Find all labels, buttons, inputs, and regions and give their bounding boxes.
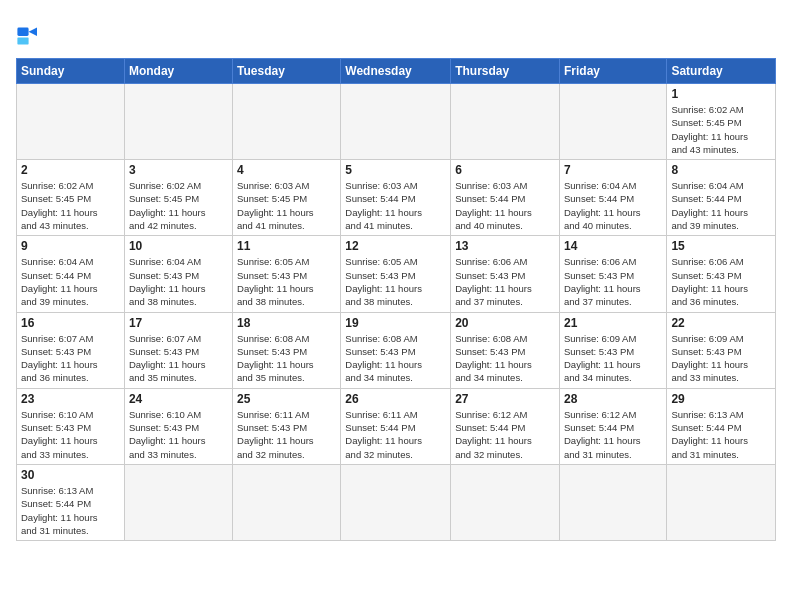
day-info: Sunrise: 6:10 AM Sunset: 5:43 PM Dayligh… (21, 408, 120, 461)
day-info: Sunrise: 6:04 AM Sunset: 5:44 PM Dayligh… (671, 179, 771, 232)
calendar-week-3: 9Sunrise: 6:04 AM Sunset: 5:44 PM Daylig… (17, 236, 776, 312)
calendar-cell: 30Sunrise: 6:13 AM Sunset: 5:44 PM Dayli… (17, 464, 125, 540)
calendar-cell (451, 84, 560, 160)
day-info: Sunrise: 6:03 AM Sunset: 5:44 PM Dayligh… (455, 179, 555, 232)
calendar-cell: 14Sunrise: 6:06 AM Sunset: 5:43 PM Dayli… (559, 236, 666, 312)
day-number: 16 (21, 316, 120, 330)
day-number: 30 (21, 468, 120, 482)
calendar-cell (667, 464, 776, 540)
calendar-cell: 15Sunrise: 6:06 AM Sunset: 5:43 PM Dayli… (667, 236, 776, 312)
calendar-cell: 13Sunrise: 6:06 AM Sunset: 5:43 PM Dayli… (451, 236, 560, 312)
calendar-week-2: 2Sunrise: 6:02 AM Sunset: 5:45 PM Daylig… (17, 160, 776, 236)
day-info: Sunrise: 6:06 AM Sunset: 5:43 PM Dayligh… (455, 255, 555, 308)
day-number: 13 (455, 239, 555, 253)
day-info: Sunrise: 6:08 AM Sunset: 5:43 PM Dayligh… (455, 332, 555, 385)
calendar-cell: 17Sunrise: 6:07 AM Sunset: 5:43 PM Dayli… (124, 312, 232, 388)
day-info: Sunrise: 6:08 AM Sunset: 5:43 PM Dayligh… (345, 332, 446, 385)
day-info: Sunrise: 6:04 AM Sunset: 5:43 PM Dayligh… (129, 255, 228, 308)
calendar-cell: 1Sunrise: 6:02 AM Sunset: 5:45 PM Daylig… (667, 84, 776, 160)
day-number: 20 (455, 316, 555, 330)
day-number: 12 (345, 239, 446, 253)
logo (16, 22, 48, 50)
calendar-cell: 16Sunrise: 6:07 AM Sunset: 5:43 PM Dayli… (17, 312, 125, 388)
day-number: 15 (671, 239, 771, 253)
calendar-cell (341, 464, 451, 540)
calendar-cell: 27Sunrise: 6:12 AM Sunset: 5:44 PM Dayli… (451, 388, 560, 464)
day-number: 8 (671, 163, 771, 177)
calendar-week-6: 30Sunrise: 6:13 AM Sunset: 5:44 PM Dayli… (17, 464, 776, 540)
calendar-cell: 5Sunrise: 6:03 AM Sunset: 5:44 PM Daylig… (341, 160, 451, 236)
day-number: 4 (237, 163, 336, 177)
day-number: 7 (564, 163, 662, 177)
svg-rect-2 (17, 37, 28, 44)
weekday-tuesday: Tuesday (233, 59, 341, 84)
day-number: 22 (671, 316, 771, 330)
svg-rect-0 (17, 28, 28, 36)
calendar-cell: 12Sunrise: 6:05 AM Sunset: 5:43 PM Dayli… (341, 236, 451, 312)
day-number: 2 (21, 163, 120, 177)
weekday-friday: Friday (559, 59, 666, 84)
day-info: Sunrise: 6:13 AM Sunset: 5:44 PM Dayligh… (21, 484, 120, 537)
page: SundayMondayTuesdayWednesdayThursdayFrid… (0, 0, 792, 612)
day-number: 18 (237, 316, 336, 330)
day-number: 29 (671, 392, 771, 406)
day-info: Sunrise: 6:04 AM Sunset: 5:44 PM Dayligh… (564, 179, 662, 232)
weekday-monday: Monday (124, 59, 232, 84)
day-info: Sunrise: 6:03 AM Sunset: 5:45 PM Dayligh… (237, 179, 336, 232)
weekday-thursday: Thursday (451, 59, 560, 84)
calendar-cell: 7Sunrise: 6:04 AM Sunset: 5:44 PM Daylig… (559, 160, 666, 236)
header (16, 16, 776, 50)
day-number: 25 (237, 392, 336, 406)
day-info: Sunrise: 6:11 AM Sunset: 5:44 PM Dayligh… (345, 408, 446, 461)
day-info: Sunrise: 6:12 AM Sunset: 5:44 PM Dayligh… (564, 408, 662, 461)
calendar-cell: 20Sunrise: 6:08 AM Sunset: 5:43 PM Dayli… (451, 312, 560, 388)
calendar-cell: 4Sunrise: 6:03 AM Sunset: 5:45 PM Daylig… (233, 160, 341, 236)
calendar-cell (559, 84, 666, 160)
day-number: 24 (129, 392, 228, 406)
day-number: 9 (21, 239, 120, 253)
day-number: 21 (564, 316, 662, 330)
svg-marker-1 (29, 28, 37, 36)
day-info: Sunrise: 6:02 AM Sunset: 5:45 PM Dayligh… (671, 103, 771, 156)
day-number: 17 (129, 316, 228, 330)
day-number: 6 (455, 163, 555, 177)
calendar-cell: 24Sunrise: 6:10 AM Sunset: 5:43 PM Dayli… (124, 388, 232, 464)
day-info: Sunrise: 6:09 AM Sunset: 5:43 PM Dayligh… (564, 332, 662, 385)
day-info: Sunrise: 6:09 AM Sunset: 5:43 PM Dayligh… (671, 332, 771, 385)
day-info: Sunrise: 6:05 AM Sunset: 5:43 PM Dayligh… (237, 255, 336, 308)
calendar-cell: 18Sunrise: 6:08 AM Sunset: 5:43 PM Dayli… (233, 312, 341, 388)
logo-icon (16, 22, 44, 50)
day-info: Sunrise: 6:07 AM Sunset: 5:43 PM Dayligh… (21, 332, 120, 385)
day-number: 28 (564, 392, 662, 406)
day-info: Sunrise: 6:13 AM Sunset: 5:44 PM Dayligh… (671, 408, 771, 461)
day-info: Sunrise: 6:11 AM Sunset: 5:43 PM Dayligh… (237, 408, 336, 461)
calendar-cell: 21Sunrise: 6:09 AM Sunset: 5:43 PM Dayli… (559, 312, 666, 388)
day-info: Sunrise: 6:08 AM Sunset: 5:43 PM Dayligh… (237, 332, 336, 385)
calendar-cell (451, 464, 560, 540)
day-number: 1 (671, 87, 771, 101)
calendar-cell: 11Sunrise: 6:05 AM Sunset: 5:43 PM Dayli… (233, 236, 341, 312)
day-number: 11 (237, 239, 336, 253)
calendar-cell (233, 464, 341, 540)
day-number: 27 (455, 392, 555, 406)
calendar-cell (341, 84, 451, 160)
calendar-cell (233, 84, 341, 160)
calendar-cell: 6Sunrise: 6:03 AM Sunset: 5:44 PM Daylig… (451, 160, 560, 236)
weekday-sunday: Sunday (17, 59, 125, 84)
day-number: 3 (129, 163, 228, 177)
calendar-cell: 29Sunrise: 6:13 AM Sunset: 5:44 PM Dayli… (667, 388, 776, 464)
day-info: Sunrise: 6:12 AM Sunset: 5:44 PM Dayligh… (455, 408, 555, 461)
day-number: 19 (345, 316, 446, 330)
calendar-week-5: 23Sunrise: 6:10 AM Sunset: 5:43 PM Dayli… (17, 388, 776, 464)
calendar-cell (559, 464, 666, 540)
calendar-cell: 8Sunrise: 6:04 AM Sunset: 5:44 PM Daylig… (667, 160, 776, 236)
day-info: Sunrise: 6:04 AM Sunset: 5:44 PM Dayligh… (21, 255, 120, 308)
day-info: Sunrise: 6:02 AM Sunset: 5:45 PM Dayligh… (21, 179, 120, 232)
day-info: Sunrise: 6:07 AM Sunset: 5:43 PM Dayligh… (129, 332, 228, 385)
day-number: 5 (345, 163, 446, 177)
weekday-wednesday: Wednesday (341, 59, 451, 84)
calendar-cell (17, 84, 125, 160)
calendar-cell: 2Sunrise: 6:02 AM Sunset: 5:45 PM Daylig… (17, 160, 125, 236)
day-info: Sunrise: 6:06 AM Sunset: 5:43 PM Dayligh… (564, 255, 662, 308)
calendar-cell: 22Sunrise: 6:09 AM Sunset: 5:43 PM Dayli… (667, 312, 776, 388)
